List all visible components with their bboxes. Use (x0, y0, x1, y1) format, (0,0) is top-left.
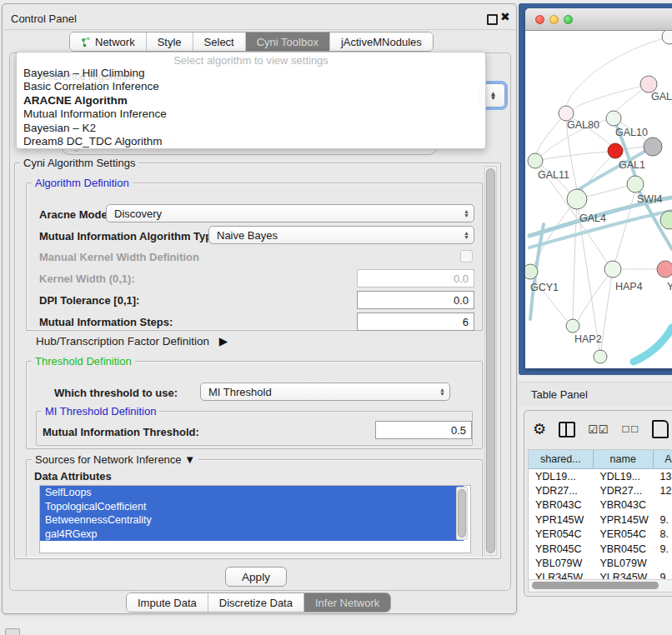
manual-kernel-label: Manual Kernel Width Definition (39, 251, 199, 263)
gear-icon[interactable]: ⚙ (533, 422, 546, 437)
apply-button[interactable]: Apply (225, 567, 287, 587)
table-cell: YBR043C (593, 498, 653, 512)
mi-type-combo[interactable]: Naive Bayes ▲▼ (208, 226, 474, 244)
chevron-right-icon: ▶ (219, 334, 228, 348)
close-icon[interactable]: ✖ (500, 10, 510, 23)
network-node[interactable] (528, 153, 543, 168)
table-row[interactable]: YBR043CYBR043C (529, 498, 672, 512)
network-node[interactable] (606, 111, 621, 126)
network-node-label: SWI4 (637, 193, 663, 205)
tab-style[interactable]: Style (147, 32, 193, 51)
manual-kernel-checkbox[interactable] (460, 250, 473, 262)
column-header-name[interactable]: name (594, 450, 654, 468)
table-cell: YBL079W (593, 556, 653, 570)
dpi-tolerance-field[interactable]: 0.0 (357, 291, 474, 309)
network-node[interactable] (644, 138, 662, 156)
table-cell: 12 (654, 483, 672, 498)
select-all-checkboxes-icon[interactable]: ☑☑ (588, 423, 609, 436)
attribute-item[interactable]: gal4RGexp (40, 528, 464, 542)
table-cell: 9. (654, 542, 672, 556)
table-panel-titlebar: Table Panel (519, 382, 672, 407)
columns-icon[interactable] (559, 422, 575, 438)
network-node[interactable] (594, 350, 607, 363)
network-icon (81, 37, 91, 48)
minimize-traffic-light-icon[interactable] (549, 15, 559, 24)
table-row[interactable]: YDR27...YDR27...12 (529, 483, 672, 498)
table-cell: YDR27... (593, 483, 653, 498)
bottom-tab-impute-data[interactable]: Impute Data (127, 593, 208, 612)
algorithm-definition-title: Algorithm Definition (32, 177, 133, 189)
tab-select[interactable]: Select (193, 32, 246, 51)
float-window-icon[interactable] (487, 14, 498, 25)
network-canvas[interactable]: GALGAL80GAL10GAL1GAL11SWI4GAL4GCY1HAP4YH… (525, 31, 672, 368)
dropdown-item[interactable]: Basic Correlation Inference (17, 80, 485, 93)
table-row[interactable]: YDL19...YDL19...13 (529, 469, 672, 483)
dropdown-item[interactable]: Bayesian – K2 (17, 122, 485, 135)
dropdown-item[interactable]: Dream8 DC_TDC Algorithm (17, 135, 485, 148)
table-horizontal-scrollbar[interactable] (529, 579, 672, 592)
app-root: Control Panel ✖ NetworkStyleSelectCyni T… (0, 0, 672, 635)
dropdown-item[interactable]: ARACNE Algorithm (17, 94, 485, 108)
table-cell (654, 556, 672, 570)
table-toolbar: ⚙ ☑☑ ☐☐ (533, 418, 669, 441)
kernel-width-field[interactable]: 0.0 (357, 269, 474, 288)
network-node[interactable] (525, 264, 538, 279)
close-traffic-light-icon[interactable] (535, 15, 544, 24)
bottom-tab-discretize-data[interactable]: Discretize Data (208, 593, 304, 612)
network-node-label: GAL4 (579, 212, 606, 224)
hub-section-toggle[interactable]: Hub/Transcription Factor Definition ▶ (36, 334, 228, 348)
attribute-item[interactable]: SelfLoops (40, 486, 464, 500)
tab-jactivemnodules[interactable]: jActiveMNodules (330, 32, 433, 51)
attributes-scrollbar[interactable] (456, 487, 468, 540)
new-table-icon[interactable] (652, 420, 669, 438)
mi-threshold-definition-title: MI Threshold Definition (42, 405, 159, 418)
network-node[interactable] (627, 176, 644, 192)
table-cell: YBR045C (593, 542, 653, 556)
tab-label: Cyni Toolbox (257, 36, 318, 48)
bottom-tab-infer-network[interactable]: Infer Network (304, 593, 390, 612)
network-node[interactable] (657, 261, 672, 278)
threshold-definition-title: Threshold Definition (32, 355, 135, 368)
network-node[interactable] (640, 76, 657, 92)
network-window-titlebar[interactable] (525, 8, 672, 31)
dropdown-prompt: Select algorithm to view settings (17, 52, 485, 67)
settings-vertical-scrollbar[interactable] (484, 166, 497, 556)
aracne-mode-combo[interactable]: Discovery ▲▼ (106, 204, 474, 222)
which-threshold-combo[interactable]: MI Threshold ▲▼ (200, 382, 450, 401)
tab-label: Network (95, 36, 135, 48)
table-row[interactable]: YBR045CYBR045C9. (529, 542, 672, 556)
attribute-item[interactable]: BetweennessCentrality (40, 513, 464, 528)
tab-cyni-toolbox[interactable]: Cyni Toolbox (246, 32, 330, 51)
network-node[interactable] (566, 319, 579, 332)
mi-steps-label: Mutual Information Steps: (39, 316, 173, 328)
top-tab-strip: NetworkStyleSelectCyni ToolboxjActiveMNo… (69, 32, 434, 52)
network-node[interactable] (567, 189, 587, 209)
dropdown-item[interactable]: Bayesian – Hill Climbing (17, 67, 485, 80)
table-row[interactable]: YPR145WYPR145W9. (529, 512, 672, 527)
column-header-shared[interactable]: shared... (529, 450, 594, 468)
network-node[interactable] (662, 31, 672, 44)
tab-network[interactable]: Network (70, 32, 147, 51)
bottom-tab-strip: Impute DataDiscretize DataInfer Network (126, 592, 391, 612)
network-node-label: GAL11 (538, 169, 569, 181)
table-row[interactable]: YER054CYER054C8. (529, 528, 672, 542)
tab-label: Discretize Data (219, 597, 293, 609)
deselect-checkboxes-icon[interactable]: ☐☐ (621, 424, 639, 435)
network-node[interactable] (608, 143, 623, 158)
network-edge (613, 192, 634, 269)
table-panel-container: ⚙ ☑☑ ☐☐ shared...nameA YDL19...YDL19...1… (524, 410, 672, 597)
data-attributes-list[interactable]: SelfLoopsTopologicalCoefficientBetweenne… (39, 485, 471, 553)
algorithm-dropdown-popup: Select algorithm to view settings Bayesi… (16, 52, 486, 149)
network-node[interactable] (604, 261, 621, 278)
column-header-a[interactable]: A (654, 450, 672, 468)
attribute-item[interactable]: TopologicalCoefficient (40, 500, 464, 514)
mi-steps-field[interactable]: 6 (357, 312, 474, 331)
network-node-label: HAP4 (615, 281, 643, 292)
table-row[interactable]: YBL079WYBL079W (529, 556, 672, 570)
sources-title[interactable]: Sources for Network Inference ▼ (32, 453, 198, 466)
mi-threshold-field[interactable]: 0.5 (375, 421, 472, 439)
dropdown-item[interactable]: Mutual Information Inference (17, 108, 485, 121)
table-cell: YER054C (529, 528, 593, 542)
zoom-traffic-light-icon[interactable] (564, 15, 573, 24)
tab-label: jActiveMNodules (341, 36, 422, 48)
